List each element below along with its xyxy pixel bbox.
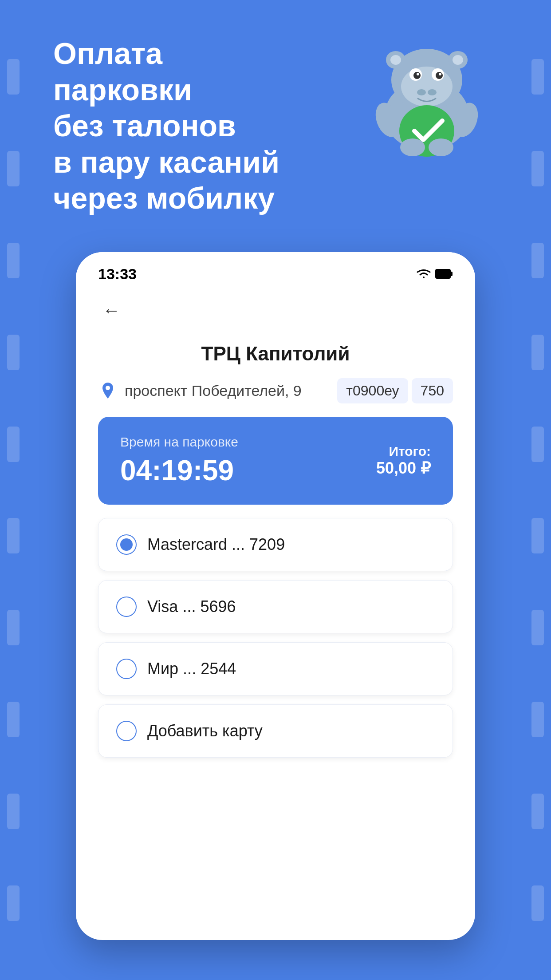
svg-point-6 <box>401 67 453 107</box>
radio-visa <box>116 597 137 617</box>
radio-mir <box>116 659 137 679</box>
payment-label-mir: Мир ... 2544 <box>147 660 236 678</box>
svg-point-4 <box>390 55 401 65</box>
svg-point-12 <box>439 73 441 75</box>
svg-point-11 <box>417 73 419 75</box>
plate-part2: 750 <box>412 378 453 403</box>
payment-label-visa: Visa ... 5696 <box>147 597 236 616</box>
plate-part1: т0900еу <box>337 378 408 403</box>
total-label: Итого: <box>376 444 431 459</box>
svg-point-5 <box>453 55 463 65</box>
payment-list: Mastercard ... 7209Visa ... 5696Мир ... … <box>76 518 475 758</box>
status-time: 13:33 <box>98 265 137 283</box>
svg-point-19 <box>429 138 453 156</box>
svg-point-14 <box>428 89 437 95</box>
hippo-mascot <box>356 27 498 169</box>
phone-wrapper: 13:33 ← ТРЦ Капитолий <box>0 252 551 940</box>
radio-mastercard <box>116 534 137 555</box>
address-text: проспект Победителей, 9 <box>125 382 302 399</box>
payment-label-mastercard: Mastercard ... 7209 <box>147 535 285 554</box>
status-icons <box>416 268 453 280</box>
address-row: проспект Победителей, 9 т0900еу 750 <box>76 378 475 417</box>
address-left: проспект Победителей, 9 <box>98 381 302 400</box>
payment-item-add-card[interactable]: Добавить карту <box>98 704 453 758</box>
parking-right: Итого: 50,00 ₽ <box>376 444 431 478</box>
svg-point-18 <box>400 138 425 156</box>
location-pin-icon <box>98 381 118 400</box>
parking-left: Время на парковке 04:19:59 <box>120 435 238 487</box>
payment-item-mir[interactable]: Мир ... 2544 <box>98 642 453 695</box>
payment-item-visa[interactable]: Visa ... 5696 <box>98 580 453 633</box>
payment-item-mastercard[interactable]: Mastercard ... 7209 <box>98 518 453 571</box>
battery-icon <box>435 269 453 279</box>
svg-point-9 <box>413 72 421 79</box>
radio-add-card <box>116 721 137 741</box>
plate-container: т0900еу 750 <box>337 378 453 403</box>
back-button-row: ← <box>76 287 475 334</box>
wifi-icon <box>416 268 432 280</box>
status-bar: 13:33 <box>76 252 475 287</box>
svg-point-10 <box>436 72 443 79</box>
payment-label-add-card: Добавить карту <box>147 722 263 740</box>
location-title: ТРЦ Капитолий <box>76 334 475 378</box>
back-button[interactable]: ← <box>98 296 125 325</box>
headline-text: Оплата парковки без талонов в пару касан… <box>53 36 302 217</box>
parking-time-label: Время на парковке <box>120 435 238 450</box>
svg-point-22 <box>106 386 110 390</box>
svg-rect-21 <box>450 272 453 276</box>
parking-card: Время на парковке 04:19:59 Итого: 50,00 … <box>98 417 453 505</box>
parking-timer: 04:19:59 <box>120 454 238 487</box>
svg-point-13 <box>417 89 426 95</box>
top-section: Оплата парковки без талонов в пару касан… <box>0 0 551 243</box>
svg-rect-20 <box>436 269 450 278</box>
phone-mockup: 13:33 ← ТРЦ Капитолий <box>76 252 475 940</box>
total-amount: 50,00 ₽ <box>376 459 431 478</box>
